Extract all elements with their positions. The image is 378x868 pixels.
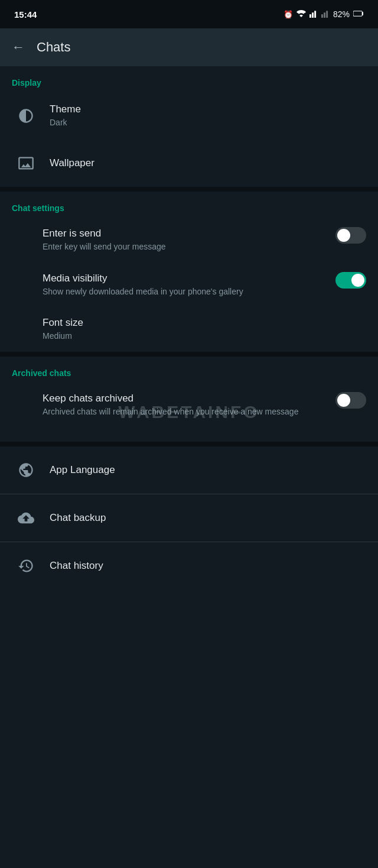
media-visibility-title: Media visibility (43, 272, 335, 285)
svg-rect-2 (314, 11, 316, 18)
chat-backup-item[interactable]: Chat backup (0, 494, 378, 542)
wallpaper-item[interactable]: Wallpaper (0, 140, 378, 187)
status-icons: ⏰ 82% (284, 9, 364, 20)
history-icon (12, 552, 40, 580)
chat-settings-header: Chat settings (0, 192, 378, 218)
theme-title: Theme (50, 103, 366, 116)
backup-icon (12, 504, 40, 532)
font-size-item[interactable]: Font size Medium (0, 307, 378, 352)
keep-chats-title: Keep chats archived (43, 392, 335, 405)
page-header: ← Chats (0, 28, 378, 66)
svg-rect-3 (321, 14, 323, 18)
wallpaper-icon (12, 149, 40, 177)
enter-is-send-toggle[interactable] (335, 227, 366, 244)
theme-subtitle: Dark (50, 117, 366, 129)
alarm-icon: ⏰ (284, 10, 293, 19)
theme-item[interactable]: Theme Dark (0, 92, 378, 140)
globe-icon (12, 456, 40, 484)
chat-history-item[interactable]: Chat history (0, 542, 378, 590)
keep-chats-subtitle: Archived chats will remain archived when… (43, 406, 335, 418)
toggle-knob-2 (351, 274, 364, 287)
display-section-header: Display (0, 66, 378, 92)
theme-icon (12, 102, 40, 130)
app-language-item[interactable]: App Language (0, 446, 378, 494)
chat-history-title: Chat history (50, 559, 366, 572)
enter-is-send-subtitle: Enter key will send your message (43, 241, 335, 253)
media-visibility-toggle[interactable] (335, 272, 366, 289)
svg-rect-5 (326, 11, 328, 18)
divider-3 (0, 442, 378, 446)
divider-1 (0, 187, 378, 192)
media-visibility-subtitle: Show newly downloaded media in your phon… (43, 286, 335, 298)
toggle-knob (337, 229, 350, 242)
divider-2 (0, 352, 378, 357)
wifi-icon (296, 9, 306, 20)
battery-icon (353, 9, 364, 20)
enter-is-send-title: Enter is send (43, 227, 335, 240)
status-bar: 15:44 ⏰ 82% (0, 0, 378, 28)
display-section: Display Theme Dark Wallpaper (0, 66, 378, 187)
svg-rect-4 (324, 12, 325, 18)
chat-settings-section: Chat settings Enter is send Enter key wi… (0, 192, 378, 352)
svg-rect-6 (353, 11, 362, 15)
page-title: Chats (37, 40, 70, 55)
svg-rect-1 (312, 12, 314, 18)
app-language-title: App Language (50, 464, 366, 477)
wallpaper-title: Wallpaper (50, 157, 366, 170)
archived-chats-header: Archived chats (0, 357, 378, 383)
signal2-icon (321, 9, 330, 20)
svg-rect-0 (309, 14, 311, 18)
status-time: 15:44 (14, 9, 37, 20)
enter-is-send-item[interactable]: Enter is send Enter key will send your m… (0, 218, 378, 263)
back-button[interactable]: ← (12, 40, 25, 55)
keep-chats-toggle[interactable] (335, 392, 366, 409)
toggle-knob-3 (337, 394, 350, 407)
keep-chats-archived-item[interactable]: Keep chats archived Archived chats will … (0, 383, 378, 442)
font-size-subtitle: Medium (43, 331, 366, 342)
chat-backup-title: Chat backup (50, 511, 366, 524)
font-size-title: Font size (43, 316, 366, 329)
battery-text: 82% (333, 9, 350, 19)
signal-icon (309, 9, 318, 20)
archived-chats-section: Archived chats Keep chats archived Archi… (0, 357, 378, 442)
media-visibility-item[interactable]: Media visibility Show newly downloaded m… (0, 263, 378, 307)
